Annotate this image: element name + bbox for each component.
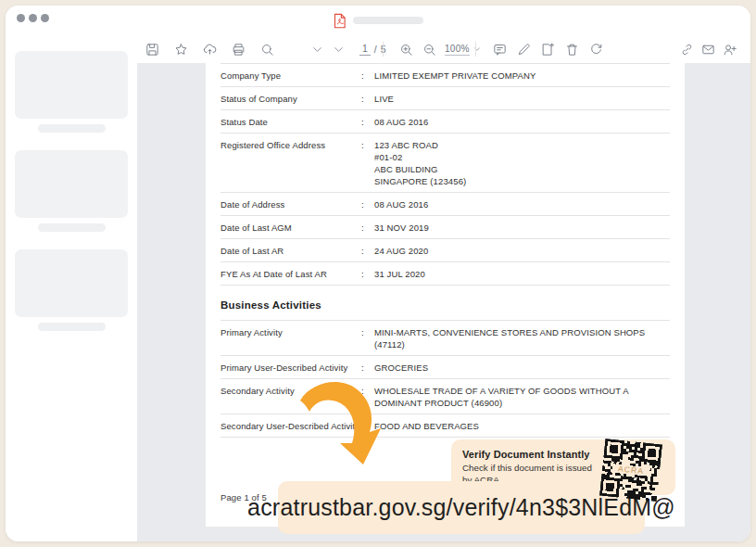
toolbar-separator [475, 42, 476, 57]
thumbnail-label-placeholder [38, 223, 106, 232]
row-colon: : [361, 245, 374, 257]
chevron-down-icon[interactable] [309, 42, 325, 57]
link-icon[interactable] [679, 42, 695, 57]
document-tab[interactable] [6, 6, 750, 35]
table-row: Registered Office Address:123 ABC ROAD #… [220, 133, 670, 192]
row-value: 08 AUG 2016 [374, 116, 670, 128]
verify-url-pill: acratrustbar.gov.sg/verify/4n3$3NlEdM@ [278, 481, 645, 534]
business-activities-table: Primary Activity:MINI-MARTS, CONVENIENCE… [220, 320, 670, 438]
row-label: FYE As At Date of Last AR [220, 268, 361, 280]
row-value: GROCERIES [374, 362, 670, 374]
row-value: 31 JUL 2020 [374, 268, 670, 280]
chevron-down-icon[interactable] [331, 42, 346, 57]
verify-url-text: acratrustbar.gov.sg/verify/4n3$3NlEdM@ [247, 494, 675, 521]
row-value: LIMITED EXEMPT PRIVATE COMPANY [374, 70, 670, 82]
row-label: Date of Address [220, 198, 361, 210]
table-row: Status Date:08 AUG 2016 [220, 109, 670, 133]
row-label: Primary Activity [220, 326, 361, 350]
table-row: Company Type:LIMITED EXEMPT PRIVATE COMP… [220, 63, 670, 86]
table-row: Date of Last AR:24 AUG 2020 [220, 238, 670, 261]
star-icon[interactable] [173, 42, 189, 57]
row-colon: : [361, 362, 374, 374]
thumbnail-label-placeholder [38, 124, 106, 133]
section-title: Business Activities [220, 299, 670, 311]
row-label: Secondary Activity [220, 385, 361, 409]
pdf-file-icon [333, 13, 346, 29]
row-label: Status of Company [220, 93, 361, 105]
qr-code: ACRA [599, 439, 662, 502]
zoom-level-value: 100% [445, 44, 470, 56]
refresh-icon[interactable] [588, 42, 604, 57]
row-value: 24 AUG 2020 [374, 245, 670, 257]
svg-text:ACRA: ACRA [618, 464, 645, 476]
row-label: Date of Last AR [220, 245, 361, 257]
row-label: Secondary User-Described Activity [220, 420, 361, 432]
thumbnail-label-placeholder [38, 323, 106, 331]
filename-placeholder [353, 17, 423, 24]
pdf-toolbar: 1 / 5 100% [137, 35, 750, 64]
zoom-out-icon[interactable] [422, 42, 437, 57]
row-label: Status Date [220, 116, 361, 128]
trash-icon[interactable] [564, 42, 580, 57]
row-value: 31 NOV 2019 [374, 222, 670, 234]
toolbar-separator [383, 42, 384, 57]
row-value: 123 ABC ROAD #01-02 ABC BUILDING SINGAPO… [374, 139, 670, 187]
row-value: WHOLESALE TRADE OF A VARIETY OF GOODS WI… [374, 385, 670, 409]
row-value: LIVE [374, 93, 670, 105]
browser-window: 1 / 5 100% [6, 6, 750, 541]
table-row: Secondary Activity:WHOLESALE TRADE OF A … [220, 378, 670, 413]
cloud-upload-icon[interactable] [202, 42, 218, 57]
row-value: MINI-MARTS, CONVENIENCE STORES AND PROVI… [374, 326, 670, 350]
pencil-icon[interactable] [516, 42, 532, 57]
page-number-input[interactable]: 1 [359, 43, 371, 56]
table-row: Date of Last AGM:31 NOV 2019 [220, 215, 670, 238]
page-thumbnail-3[interactable] [14, 249, 129, 331]
mail-icon[interactable] [700, 42, 716, 57]
comment-icon[interactable] [492, 42, 508, 57]
add-page-icon[interactable] [540, 42, 556, 57]
row-colon: : [361, 93, 374, 105]
table-row: Primary User-Described Activity:GROCERIE… [220, 355, 670, 378]
page-thumbnail-2[interactable] [14, 150, 129, 232]
search-icon[interactable] [259, 42, 275, 57]
titlebar [6, 6, 750, 36]
thumbnail-image[interactable] [15, 51, 128, 119]
table-row: Status of Company:LIVE [220, 86, 670, 109]
add-person-icon[interactable] [722, 42, 737, 57]
thumbnail-sidebar [6, 35, 138, 541]
row-label: Company Type [220, 70, 361, 82]
table-row: FYE As At Date of Last AR:31 JUL 2020 [220, 261, 670, 285]
company-profile-table: Company Type:LIMITED EXEMPT PRIVATE COMP… [220, 63, 670, 286]
chevron-down-icon [472, 45, 482, 54]
thumbnail-image[interactable] [15, 150, 128, 218]
row-value: 08 AUG 2016 [374, 198, 670, 210]
page-thumbnail-1[interactable] [14, 51, 129, 133]
row-colon: : [361, 385, 374, 409]
row-colon: : [361, 116, 374, 128]
table-row: Secondary User-Described Activity:FOOD A… [220, 413, 670, 437]
table-row: Date of Address:08 AUG 2016 [220, 192, 670, 215]
row-colon: : [361, 198, 374, 210]
zoom-in-icon[interactable] [398, 42, 414, 57]
row-colon: : [361, 326, 374, 350]
row-colon: : [361, 70, 374, 82]
row-colon: : [361, 420, 374, 432]
table-row: Primary Activity:MINI-MARTS, CONVENIENCE… [220, 320, 670, 355]
row-colon: : [361, 139, 374, 187]
row-colon: : [361, 222, 374, 234]
print-icon[interactable] [231, 42, 246, 57]
row-label: Primary User-Described Activity [220, 362, 361, 374]
row-value: FOOD AND BEVERAGES [374, 420, 670, 432]
thumbnail-image[interactable] [15, 249, 128, 317]
verify-card-title: Verify Document Instantly [462, 449, 598, 460]
row-colon: : [361, 268, 374, 280]
row-label: Registered Office Address [220, 139, 361, 187]
save-icon[interactable] [145, 42, 160, 57]
row-label: Date of Last AGM [220, 222, 361, 234]
page-divider: / [374, 44, 377, 55]
